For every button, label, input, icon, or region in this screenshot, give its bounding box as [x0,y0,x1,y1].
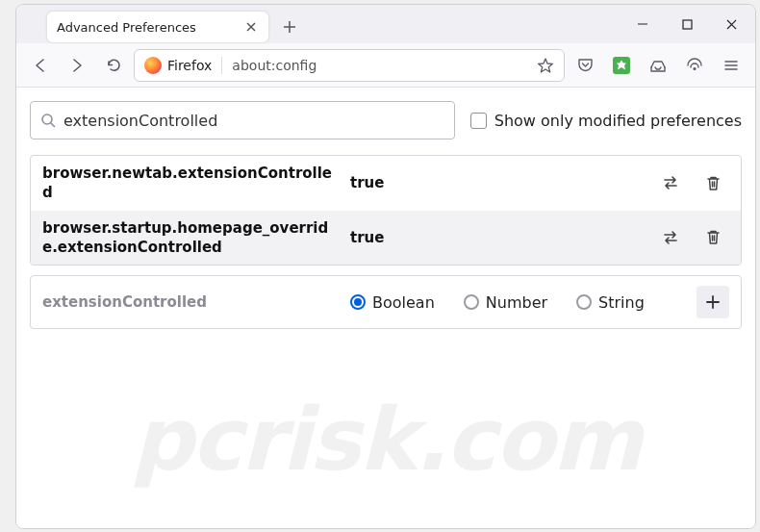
radio-boolean[interactable]: Boolean [350,293,435,312]
svg-point-1 [694,67,696,69]
inbox-icon[interactable] [642,49,674,82]
back-button[interactable] [24,49,57,82]
maximize-button[interactable] [665,5,709,43]
pref-row: browser.newtab.extensionControlled true [31,156,741,211]
search-input[interactable]: extensionControlled [30,101,455,139]
pref-value: true [346,174,645,191]
search-value: extensionControlled [63,112,217,130]
radio-number[interactable]: Number [464,293,547,312]
url-prefix-label: Firefox [167,58,212,73]
show-modified-checkbox[interactable] [470,113,487,129]
show-modified-label: Show only modified preferences [494,112,742,130]
pref-name: browser.newtab.extensionControlled [42,164,337,203]
pref-name: browser.startup.homepage_override.extens… [42,218,337,258]
url-bar[interactable]: Firefox about:config [134,49,565,82]
browser-tab[interactable]: Advanced Preferences [47,12,268,42]
forward-button[interactable] [61,49,93,82]
new-pref-row: extensionControlled Boolean Number Strin… [30,275,742,329]
firefox-logo-icon [144,57,162,74]
radio-dot-icon [350,294,366,310]
pref-value: true [346,229,645,246]
delete-button[interactable] [697,166,729,199]
delete-button[interactable] [697,221,729,254]
radio-dot-icon [464,294,479,310]
radio-dot-icon [576,294,592,310]
shield-icon[interactable] [678,49,711,82]
radio-string[interactable]: String [576,293,645,312]
new-tab-button[interactable] [276,13,303,40]
new-pref-name: extensionControlled [42,293,337,311]
tab-title: Advanced Preferences [57,20,236,35]
toggle-button[interactable] [654,221,687,254]
hamburger-menu-icon[interactable] [715,49,747,82]
minimize-button[interactable] [621,5,665,43]
bookmark-star-icon[interactable] [537,57,554,74]
url-text: about:config [232,58,527,73]
svg-rect-0 [683,20,692,29]
toggle-button[interactable] [654,166,687,199]
search-icon [40,113,56,128]
extension-icon[interactable] [605,49,638,82]
reload-button[interactable] [97,49,130,82]
pref-row: browser.startup.homepage_override.extens… [31,211,741,266]
preference-list: browser.newtab.extensionControlled true … [30,155,742,266]
pocket-icon[interactable] [569,49,601,82]
close-window-button[interactable] [709,5,753,43]
add-button[interactable] [697,286,729,318]
close-tab-icon[interactable] [243,19,259,35]
watermark: pcrisk.com [16,389,755,490]
